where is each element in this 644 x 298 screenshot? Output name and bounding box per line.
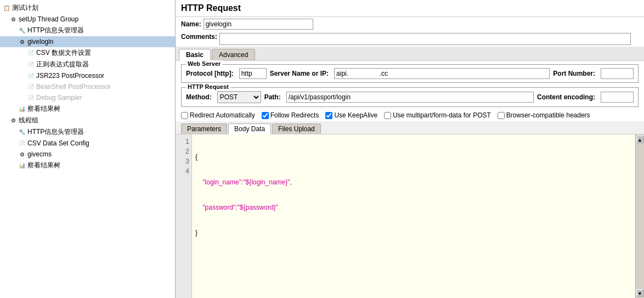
- browser-compat-input[interactable]: [498, 112, 505, 119]
- follow-redirects-input[interactable]: [262, 112, 269, 119]
- jsr-icon: 📄: [26, 71, 35, 80]
- sidebar-item-regex[interactable]: 📄 正则表达式提取器: [0, 59, 175, 70]
- code-key-2: "password":"${password}": [195, 204, 278, 211]
- code-line-3: "password":"${password}": [195, 203, 632, 212]
- panel-title: HTTP Request: [176, 0, 644, 17]
- multipart-input[interactable]: [384, 112, 391, 119]
- sidebar-item-label: CSV 数据文件设置: [36, 48, 91, 58]
- web-server-section: Web Server Protocol [http]: Server Name …: [181, 64, 639, 83]
- main-tabs: Basic Advanced: [176, 47, 644, 61]
- checkboxes-row: Redirect Automatically Follow Redirects …: [176, 109, 644, 121]
- sidebar-item-label: setUp Thread Group: [19, 15, 78, 23]
- regex-icon: 📄: [26, 60, 35, 69]
- port-input[interactable]: [601, 68, 634, 79]
- code-key-1: "login_name":"${login_name}",: [195, 178, 292, 186]
- sub-tab-files-upload[interactable]: Files Upload: [272, 123, 321, 134]
- line-numbers: 1 2 3 4: [176, 134, 192, 298]
- code-line-4: }: [195, 228, 632, 238]
- sidebar-item-label: 线程组: [19, 116, 38, 125]
- sidebar-item-debug[interactable]: 📄 Debug Sampler: [0, 92, 175, 103]
- path-label: Path:: [264, 93, 281, 101]
- chart-icon-2: 📊: [18, 161, 26, 170]
- sidebar-item-thread-group[interactable]: ⚙ 线程组: [0, 115, 175, 126]
- sub-tab-body-data[interactable]: Body Data: [228, 123, 271, 134]
- thread-group-icon: ⚙: [9, 116, 18, 125]
- brace-open: {: [195, 153, 197, 161]
- method-select[interactable]: POST GET PUT DELETE: [217, 91, 261, 103]
- protocol-input[interactable]: [239, 68, 267, 79]
- sub-tab-parameters[interactable]: Parameters: [181, 123, 227, 134]
- sidebar-item-jsr223[interactable]: 📄 JSR223 PostProcessor: [0, 70, 175, 81]
- bean-icon: 📄: [26, 82, 35, 91]
- server-name-label: Server Name or IP:: [270, 70, 329, 77]
- name-row: Name:: [176, 17, 644, 31]
- sidebar-item-givecms[interactable]: ⚙ givecms: [0, 149, 175, 160]
- sidebar-item-label: 正则表达式提取器: [36, 60, 89, 69]
- sidebar-item-setup-thread-group[interactable]: ⚙ setUp Thread Group: [0, 14, 175, 25]
- code-line-2: "login_name":"${login_name}",: [195, 177, 632, 187]
- method-label: Method:: [186, 93, 212, 101]
- line-num-1: 1: [178, 137, 189, 147]
- chart-icon-1: 📊: [18, 105, 26, 114]
- http-request-row: Method: POST GET PUT DELETE Path: Conten…: [186, 91, 634, 103]
- browser-compat-checkbox[interactable]: Browser-compatible headers: [498, 111, 590, 119]
- sidebar-item-result-tree-1[interactable]: 📊 察看结果树: [0, 103, 175, 115]
- sidebar-item-beanshell[interactable]: 📄 BeanShell PostProcessor: [0, 81, 175, 92]
- keepalive-label: Use KeepAlive: [334, 111, 377, 119]
- web-server-row: Protocol [http]: Server Name or IP: Port…: [186, 68, 634, 79]
- path-input[interactable]: [286, 92, 534, 103]
- sampler-icon: ⚙: [18, 37, 26, 46]
- server-name-input[interactable]: [334, 68, 550, 79]
- tab-basic[interactable]: Basic: [179, 49, 211, 61]
- tab-advanced[interactable]: Advanced: [212, 49, 255, 60]
- main-content: HTTP Request Name: Comments: Basic Advan…: [176, 0, 644, 298]
- debug-icon: 📄: [26, 93, 35, 102]
- sidebar-item-http-header-1[interactable]: 🔧 HTTP信息头管理器: [0, 25, 175, 36]
- sidebar-item-givelogin[interactable]: ⚙ givelogin: [0, 36, 175, 47]
- follow-redirects-checkbox[interactable]: Follow Redirects: [262, 111, 319, 119]
- protocol-label: Protocol [http]:: [186, 70, 234, 77]
- code-content[interactable]: { "login_name":"${login_name}", "passwor…: [192, 134, 635, 298]
- vertical-scrollbar[interactable]: ▲ ▼: [635, 134, 644, 298]
- name-input[interactable]: [204, 19, 313, 30]
- keepalive-checkbox[interactable]: Use KeepAlive: [325, 111, 377, 119]
- sidebar: 📋 测试计划 ⚙ setUp Thread Group 🔧 HTTP信息头管理器…: [0, 0, 176, 298]
- test-plan-icon: 📋: [2, 4, 11, 13]
- multipart-label: Use multipart/form-data for POST: [393, 111, 491, 119]
- sidebar-item-http-header-2[interactable]: 🔧 HTTP信息头管理器: [0, 126, 175, 138]
- givecms-icon: ⚙: [18, 150, 26, 159]
- sidebar-item-label: HTTP信息头管理器: [27, 26, 84, 35]
- scroll-down-button[interactable]: ▼: [636, 289, 644, 297]
- encoding-input[interactable]: [601, 92, 634, 103]
- sidebar-item-label: CSV Data Set Config: [27, 139, 89, 147]
- comments-input[interactable]: [219, 33, 631, 45]
- brace-close: }: [195, 229, 197, 237]
- multipart-checkbox[interactable]: Use multipart/form-data for POST: [384, 111, 491, 119]
- sidebar-item-label: givelogin: [27, 38, 53, 46]
- redirect-auto-checkbox[interactable]: Redirect Automatically: [181, 111, 255, 119]
- sidebar-item-label: Debug Sampler: [36, 94, 82, 102]
- http-request-section-label: HTTP Request: [186, 83, 230, 90]
- sidebar-item-label: JSR223 PostProcessor: [36, 72, 104, 80]
- sidebar-item-test-plan[interactable]: 📋 测试计划: [0, 2, 175, 14]
- redirect-auto-input[interactable]: [181, 112, 188, 119]
- browser-compat-label: Browser-compatible headers: [506, 111, 590, 119]
- line-num-4: 4: [178, 166, 189, 176]
- sidebar-item-label: HTTP信息头管理器: [27, 127, 84, 137]
- line-num-2: 2: [178, 147, 189, 156]
- keepalive-input[interactable]: [325, 112, 332, 119]
- web-server-label: Web Server: [186, 60, 222, 67]
- wrench-icon: 🔧: [18, 26, 26, 35]
- sidebar-item-result-tree-2[interactable]: 📊 察看结果树: [0, 160, 175, 171]
- http-request-section: HTTP Request Method: POST GET PUT DELETE…: [181, 87, 639, 107]
- editor-wrapper: 1 2 3 4 { "login_name":"${login_name}", …: [176, 134, 644, 298]
- port-label: Port Number:: [553, 70, 595, 77]
- sidebar-item-csv-data[interactable]: 📄 CSV 数据文件设置: [0, 47, 175, 59]
- encoding-label: Content encoding:: [537, 93, 595, 101]
- sub-tabs: Parameters Body Data Files Upload: [176, 121, 644, 134]
- comments-row: Comments:: [176, 31, 644, 47]
- sidebar-item-csv-data-set[interactable]: 📄 CSV Data Set Config: [0, 138, 175, 149]
- comments-label: Comments:: [181, 33, 217, 41]
- code-area[interactable]: 1 2 3 4 { "login_name":"${login_name}", …: [176, 134, 635, 298]
- scroll-up-button[interactable]: ▲: [636, 136, 644, 143]
